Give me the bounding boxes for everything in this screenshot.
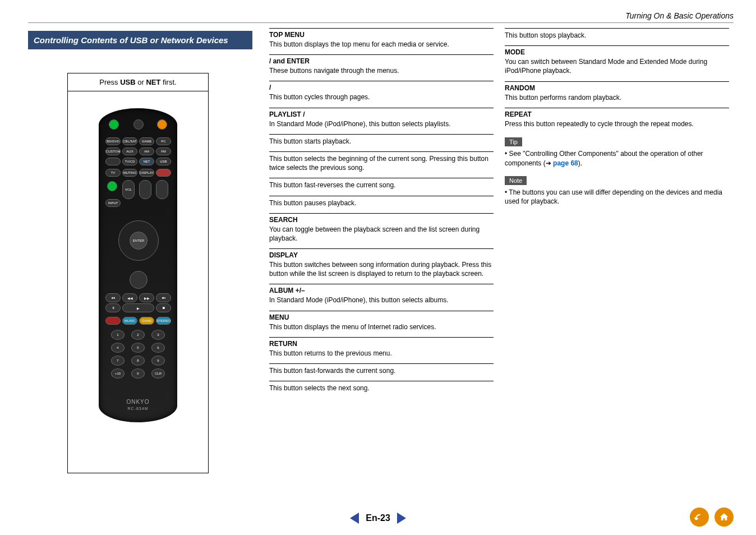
pc-button: PC: [156, 137, 171, 145]
brand-label: ONKYO RC-834M: [99, 399, 177, 411]
note-label: Note: [505, 176, 527, 185]
ch-disc-rocker: [139, 180, 151, 199]
album-rocker: [156, 180, 168, 199]
section-title: Controlling Contents of USB or Network D…: [28, 31, 252, 49]
cbl-sat-button: CBL/SAT: [122, 137, 137, 145]
game-button: GAME: [139, 137, 154, 145]
function-block: This button starts playback.: [269, 134, 494, 151]
top-divider: [28, 22, 734, 23]
note-bullet: • The buttons you can use will differ de…: [505, 188, 729, 207]
function-title: SEARCH: [269, 216, 494, 224]
function-body: These buttons navigate through the menus…: [269, 66, 494, 75]
function-title: TOP MENU: [269, 31, 494, 39]
function-block: /This button cycles through pages.: [269, 81, 494, 107]
function-title: ALBUM +/–: [269, 287, 494, 294]
function-title: MODE: [505, 48, 729, 56]
page-footer: En-23: [0, 513, 756, 524]
function-block: ALBUM +/–In Standard Mode (iPod/iPhone),…: [269, 284, 494, 310]
num-2: 2: [131, 330, 145, 340]
stereo-button: STEREO: [156, 317, 171, 325]
muting-button-2: [156, 169, 171, 177]
fm-button: FM: [156, 147, 171, 155]
source-power-icon: [157, 119, 167, 130]
page-link[interactable]: page 68: [553, 159, 578, 167]
next-page-icon[interactable]: [397, 513, 406, 524]
tv-cd-button: TV/CD: [122, 158, 137, 165]
function-body: You can switch between Standard Mode and…: [505, 57, 729, 75]
function-body: This button fast-reverses the current so…: [269, 181, 494, 190]
function-body: In Standard Mode (iPod/iPhone), this but…: [269, 296, 494, 305]
remote-instruction: Press USB or NET first.: [68, 73, 208, 91]
function-body: You can toggle between the playback scre…: [269, 225, 494, 243]
num-5: 5: [131, 343, 145, 353]
function-title: DISPLAY: [269, 251, 494, 259]
function-block: This button selects the beginning of the…: [269, 151, 494, 178]
function-block: TOP MENUThis button displays the top men…: [269, 28, 494, 54]
skip-forward-icon: ⏭: [156, 293, 171, 302]
function-block: This button selects the next song.: [269, 381, 494, 398]
tip-bullet: • See "Controlling Other Components" abo…: [505, 149, 729, 168]
function-block: SEARCHYou can toggle between the playbac…: [269, 213, 494, 248]
zone2-button: [133, 119, 144, 130]
function-block: PLAYLIST /In Standard Mode (iPod/iPhone)…: [269, 108, 494, 134]
pause-icon: ⏸: [105, 303, 121, 312]
clr-button: CLR: [151, 368, 165, 379]
functions-column-1: TOP MENUThis button displays the top men…: [269, 28, 494, 398]
function-title: RETURN: [269, 340, 494, 348]
receiver-hd-button: [105, 158, 121, 165]
function-body: This button displays the top menu for ea…: [269, 40, 494, 49]
function-block: RETURNThis button returns to the previou…: [269, 337, 494, 363]
rewind-icon: ◀◀: [122, 293, 137, 302]
num-0: 0: [131, 368, 145, 379]
prev-page-icon[interactable]: [350, 513, 359, 524]
function-body: This button fast-forwards the current so…: [269, 366, 494, 375]
aux-button: AUX: [122, 147, 137, 155]
vol-rocker: VOL: [122, 180, 135, 199]
function-title: / and ENTER: [269, 57, 494, 65]
text-bold: USB: [120, 78, 135, 86]
function-block: MODEYou can switch between Standard Mode…: [505, 45, 729, 81]
receiver-power-icon: [109, 119, 119, 130]
skip-back-icon: ⏮: [105, 293, 121, 302]
num-9: 9: [151, 356, 165, 366]
page-number: En-23: [366, 513, 390, 523]
num-3: 3: [151, 330, 165, 340]
tv-button: TV: [105, 169, 121, 177]
play-icon: ▶: [122, 303, 154, 312]
stop-icon: ⏹: [156, 303, 171, 312]
text: first.: [160, 78, 176, 86]
num-8: 8: [131, 356, 145, 366]
function-body: This button starts playback.: [269, 137, 494, 146]
function-block: This button pauses playback.: [269, 196, 494, 213]
remote-image-area: BD/DVD CBL/SAT GAME PC CUSTOM AUX AM FM …: [68, 91, 208, 473]
text: or: [136, 78, 146, 86]
function-body: This button selects the next song.: [269, 384, 494, 393]
function-body: This button performs random playback.: [505, 93, 729, 102]
function-block: This button stops playback.: [505, 28, 729, 45]
breadcrumb: Turning On & Basic Operations: [625, 11, 734, 20]
num-1: 1: [111, 330, 125, 340]
text: Press: [99, 78, 120, 86]
back-icon[interactable]: [690, 508, 709, 527]
bd-dvd-button: BD/DVD: [105, 137, 121, 145]
function-title: MENU: [269, 313, 494, 321]
plus-10-button: +10: [111, 368, 125, 379]
function-body: Press this button repeatedly to cycle th…: [505, 119, 729, 128]
home-icon[interactable]: [714, 508, 734, 527]
remote-control-illustration: BD/DVD CBL/SAT GAME PC CUSTOM AUX AM FM …: [99, 108, 177, 422]
functions-column-2: This button stops playback.MODEYou can s…: [505, 28, 729, 211]
display-button: DISPLAY: [139, 169, 154, 177]
function-body: In Standard Mode (iPod/iPhone), this but…: [269, 119, 494, 128]
function-body: This button pauses playback.: [269, 199, 494, 207]
custom-button: CUSTOM: [105, 147, 121, 155]
function-title: /: [269, 84, 494, 91]
tip-label: Tip: [505, 137, 522, 146]
function-body: This button switches between song inform…: [269, 260, 494, 278]
net-button: NET: [139, 158, 154, 165]
remote-panel: Press USB or NET first. BD/DVD CBL/SAT G…: [67, 73, 209, 473]
music-button: MUSIC: [122, 317, 137, 325]
home-button: [130, 271, 147, 289]
text-bold: NET: [146, 78, 160, 86]
num-7: 7: [111, 356, 125, 366]
function-block: / and ENTERThese buttons navigate throug…: [269, 54, 494, 81]
